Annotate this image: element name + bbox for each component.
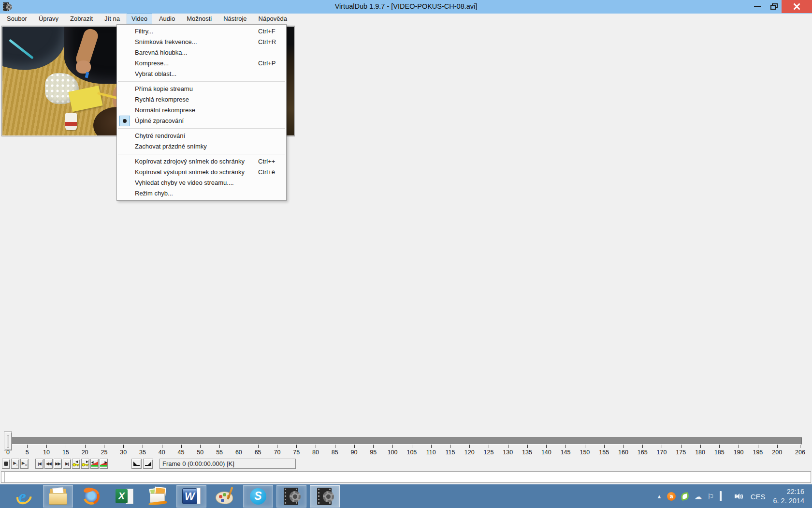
timeline-tick-label: 80	[305, 449, 326, 456]
timeline-tick	[623, 445, 624, 448]
menu-item-smart-rendering[interactable]: Chytré rendrování	[117, 131, 286, 141]
go-start-button[interactable]: |◀	[35, 459, 44, 469]
timeline-tick-label: 10	[36, 449, 57, 456]
menu-item-full-processing[interactable]: Úplné zpracování	[117, 116, 286, 126]
timeline-tick	[335, 445, 335, 448]
timeline-tick	[104, 445, 104, 448]
timeline-tick	[700, 445, 701, 448]
menu-item-compression[interactable]: Komprese...Ctrl+P	[117, 58, 286, 69]
menu-item-normal-recompress[interactable]: Normální rekomprese	[117, 105, 286, 116]
timeline-tick	[162, 445, 162, 448]
mail-taskbar-button[interactable]	[143, 485, 173, 508]
menubar-item-video[interactable]: Video	[127, 14, 152, 24]
timeline-tick	[469, 445, 470, 448]
timeline-tick-label: 135	[517, 449, 538, 456]
menu-item-preserve-empty[interactable]: Zachovat prázdné snímky	[117, 141, 286, 152]
play-output-button[interactable]: ▶O	[20, 459, 29, 469]
minimize-icon	[754, 6, 761, 7]
timeline-track[interactable]	[4, 437, 802, 445]
system-tray: ▲a☁⚐ CES 22:16 6. 2. 2014	[651, 484, 804, 508]
menu-item-scan-for-errors[interactable]: Vyhledat chyby ve video streamu....	[117, 178, 286, 188]
play-input-button[interactable]: ▶I	[11, 459, 19, 469]
internet-explorer-icon: e	[18, 487, 26, 506]
avast-icon[interactable]: a	[667, 492, 676, 501]
radio-check-icon	[119, 116, 130, 126]
timeline-tick	[681, 445, 682, 448]
mark-out-button[interactable]	[143, 459, 153, 469]
word-taskbar-button[interactable]: W	[176, 485, 206, 508]
window-title: VirtualDub 1.9.7 - [VIDEO-POKUS-CH-08.av…	[0, 0, 812, 14]
paint-taskbar-button[interactable]	[210, 485, 240, 508]
timeline-tick	[85, 445, 86, 448]
timeline-tick	[431, 445, 432, 448]
menubar-item-zobrazit[interactable]: Zobrazit	[65, 14, 98, 24]
excel-icon: X	[116, 489, 128, 503]
menu-separator	[118, 128, 285, 129]
mark-in-button[interactable]	[131, 459, 142, 469]
skydrive-cloud-icon[interactable]: ☁	[694, 492, 702, 501]
menu-item-error-mode[interactable]: Režim chyb...	[117, 188, 286, 199]
menu-item-fast-recompress[interactable]: Rychlá rekomprese	[117, 94, 286, 105]
menu-item-copy-source-frame[interactable]: Kopírovat zdrojový snímek do schránkyCtr…	[117, 156, 286, 167]
timeline-tick-label: 100	[382, 449, 403, 456]
timeline-tick	[412, 445, 412, 448]
timeline-tick	[604, 445, 605, 448]
virtualdub-2-taskbar-button[interactable]	[310, 485, 340, 508]
timeline-tick-label: 165	[632, 449, 653, 456]
go-end-button[interactable]: ▶|	[63, 459, 71, 469]
timeline-tick-label: 145	[555, 449, 576, 456]
file-explorer-taskbar-button[interactable]	[43, 485, 73, 508]
frame-forward-button[interactable]: ▶▶	[54, 459, 62, 469]
close-button[interactable]	[782, 0, 812, 13]
show-hidden-icons-icon[interactable]: ▲	[656, 493, 662, 499]
play-icon: ▶O	[22, 461, 28, 467]
menu-item-filters[interactable]: Filtry...Ctrl+F	[117, 26, 286, 37]
timeline-tick-label: 55	[209, 449, 230, 456]
timeline-tick-label: 15	[55, 449, 76, 456]
menubar-item-upravy[interactable]: Úpravy	[34, 14, 63, 24]
frame-back-button[interactable]: ◀◀	[44, 459, 53, 469]
timeline-tick-label: 90	[344, 449, 365, 456]
menu-separator	[118, 154, 285, 154]
timeline-tick-label: 110	[420, 449, 442, 456]
menu-item-frame-rate[interactable]: Snímková frekvence...Ctrl+R	[117, 37, 286, 47]
prev-scene-button[interactable]	[90, 459, 99, 469]
action-center-flag-icon[interactable]: ⚐	[707, 492, 714, 501]
menu-item-select-range[interactable]: Vybrat oblast...	[117, 69, 286, 79]
prev-keyframe-button[interactable]	[72, 459, 80, 469]
menu-item-label: Přímá kopie streamu	[135, 84, 193, 94]
timeline-tick	[489, 445, 489, 448]
stop-button[interactable]	[2, 459, 10, 469]
restore-button[interactable]	[768, 0, 782, 13]
menu-item-label: Komprese...	[135, 58, 169, 69]
timeline-tick-label: 170	[651, 449, 672, 456]
minimize-button[interactable]	[748, 0, 767, 13]
menubar-item-soubor[interactable]: Soubor	[2, 14, 32, 24]
excel-taskbar-button[interactable]: X	[110, 485, 140, 508]
menubar-item-nastroje[interactable]: Nástroje	[218, 14, 251, 24]
virtualdub-1-taskbar-button[interactable]	[276, 485, 306, 508]
language-indicator[interactable]: CES	[751, 493, 766, 501]
timeline-tick-label: 20	[74, 449, 96, 456]
network-icon[interactable]	[720, 492, 729, 501]
skype-taskbar-button[interactable]: S	[243, 485, 273, 508]
timeline-tick	[777, 445, 778, 448]
menu-bar: SouborÚpravyZobrazitJít naVideoAudioMožn…	[0, 14, 812, 24]
menu-item-color-depth[interactable]: Barevná hloubka...	[117, 47, 286, 58]
timeline-thumb[interactable]	[4, 432, 12, 450]
next-keyframe-button[interactable]	[81, 459, 89, 469]
timeline-tick	[662, 445, 662, 448]
menubar-item-audio[interactable]: Audio	[154, 14, 180, 24]
volume-icon[interactable]	[735, 493, 743, 500]
timeline-tick-label: 200	[767, 449, 788, 456]
menubar-item-napoveda[interactable]: Nápověda	[254, 14, 292, 24]
menu-item-direct-stream-copy[interactable]: Přímá kopie streamu	[117, 84, 286, 94]
menu-item-copy-output-frame[interactable]: Kopírovat výstupní snímek do schránkyCtr…	[117, 167, 286, 178]
tray-clock[interactable]: 22:16 6. 2. 2014	[773, 487, 805, 506]
green-shield-icon[interactable]	[681, 493, 689, 500]
menubar-item-moznosti[interactable]: Možnosti	[182, 14, 217, 24]
internet-explorer-taskbar-button[interactable]: e	[10, 485, 40, 508]
next-scene-button[interactable]	[100, 459, 108, 469]
firefox-taskbar-button[interactable]	[76, 485, 106, 508]
menubar-item-jit-na[interactable]: Jít na	[100, 14, 125, 24]
